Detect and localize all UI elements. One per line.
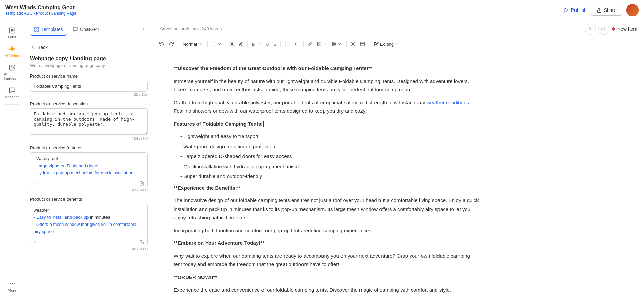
template-link[interactable]: ABC - Product Landing Page bbox=[24, 11, 76, 16]
benefits-scroll-handle bbox=[33, 240, 37, 244]
editor-content[interactable]: **Discover the Freedom of the Great Outd… bbox=[153, 50, 644, 299]
product-description-textarea[interactable]: Foldable and portable pop-up tents for c… bbox=[30, 108, 148, 135]
link-button[interactable] bbox=[306, 40, 314, 48]
sidebar-item-brief[interactable]: Brief bbox=[2, 24, 22, 42]
back-arrow-icon bbox=[30, 45, 35, 50]
redo-button[interactable] bbox=[167, 40, 176, 48]
pencil-icon bbox=[374, 42, 379, 46]
underline-button[interactable]: U bbox=[264, 40, 271, 48]
feature-item-2: - Large zippered D-shaped doors bbox=[34, 163, 144, 170]
share-icon bbox=[597, 7, 602, 13]
svg-point-8 bbox=[11, 66, 11, 67]
numbered-list-button[interactable] bbox=[292, 40, 301, 48]
highlight-icon bbox=[238, 42, 243, 46]
features-edit-icon[interactable] bbox=[140, 181, 144, 186]
italic-label: I bbox=[259, 42, 261, 47]
new-item-label: New Item bbox=[617, 26, 637, 32]
tab-chatgpt[interactable]: ChatGPT bbox=[69, 24, 104, 36]
svg-rect-15 bbox=[35, 30, 36, 31]
redo-icon bbox=[169, 42, 174, 46]
svg-rect-36 bbox=[333, 42, 336, 46]
publish-button[interactable]: Publish bbox=[564, 7, 587, 13]
feature-li-3: Large zippered D-shaped doors for easy a… bbox=[180, 152, 479, 161]
svg-point-29 bbox=[286, 44, 286, 44]
toolbar-divider-6 bbox=[303, 41, 304, 47]
svg-marker-0 bbox=[565, 8, 568, 12]
svg-point-48 bbox=[407, 44, 408, 44]
panel-content: Back Webpage copy / landing page Write a… bbox=[24, 39, 153, 299]
product-features-box: - Waterproof - Large zippered D-shaped d… bbox=[30, 152, 148, 187]
table-button[interactable] bbox=[330, 40, 344, 48]
editor-bold-5: **Experience the Benefits:** bbox=[174, 185, 241, 191]
share-button[interactable]: Share bbox=[591, 5, 622, 16]
template-icon bbox=[360, 42, 365, 46]
clear-format-button[interactable] bbox=[349, 40, 357, 48]
italic-button[interactable]: I bbox=[257, 40, 263, 48]
image-insert-icon bbox=[317, 42, 322, 46]
benefit-item-1: - Easy to install and pack up in minutes bbox=[34, 214, 144, 221]
product-name-input[interactable] bbox=[30, 81, 148, 92]
svg-point-11 bbox=[14, 283, 15, 284]
feature-item-1: - Waterproof bbox=[34, 155, 144, 163]
image-button[interactable] bbox=[315, 40, 329, 48]
product-benefits-char-count: 149 / 1000 bbox=[30, 247, 148, 251]
benefits-edit-icon[interactable] bbox=[140, 240, 144, 244]
publish-icon bbox=[564, 7, 569, 13]
undo-button[interactable] bbox=[157, 40, 166, 48]
camera-icon[interactable] bbox=[598, 24, 609, 35]
feature-li-5: Super durable and outdoor-friendly bbox=[180, 172, 479, 181]
topbar-right: Publish Share bbox=[564, 4, 639, 16]
image-icon bbox=[9, 64, 16, 71]
back-label: Back bbox=[37, 45, 48, 50]
saved-text: Saved seconds ago bbox=[160, 26, 199, 31]
template-button[interactable] bbox=[358, 40, 367, 48]
svg-point-35 bbox=[318, 43, 319, 44]
collaborator-icon[interactable] bbox=[585, 24, 596, 35]
tab-templates[interactable]: Templates bbox=[30, 24, 67, 36]
svg-point-20 bbox=[589, 27, 591, 29]
svg-rect-12 bbox=[35, 27, 36, 29]
product-description-char-count: 104 / 500 bbox=[30, 136, 148, 141]
highlight-button[interactable] bbox=[236, 40, 245, 48]
svg-point-9 bbox=[9, 283, 11, 284]
svg-rect-13 bbox=[37, 27, 39, 29]
svg-point-28 bbox=[286, 43, 286, 43]
editor-body[interactable]: **Discover the Freedom of the Great Outd… bbox=[174, 64, 479, 294]
editing-dropdown-button[interactable]: Editing bbox=[371, 40, 401, 48]
text-color-icon: A bbox=[230, 41, 234, 47]
weather-conditions-link[interactable]: weather conditions bbox=[427, 100, 469, 105]
editing-label: Editing bbox=[380, 42, 394, 47]
toolbar-divider-4 bbox=[247, 41, 248, 47]
icon-sidebar: Brief AI Writer AI Images Message More bbox=[0, 20, 24, 299]
back-button[interactable]: Back bbox=[30, 45, 148, 50]
panel-heading: Webpage copy / landing page bbox=[30, 56, 148, 62]
editor-saved-info: Saved seconds ago 243 words bbox=[160, 26, 222, 31]
more-button[interactable] bbox=[402, 40, 411, 48]
text-cursor bbox=[263, 121, 264, 127]
editor-toolbar: Normal A B I U S bbox=[153, 38, 644, 50]
product-features-inner[interactable]: - Waterproof - Large zippered D-shaped d… bbox=[30, 153, 147, 179]
publish-label: Publish bbox=[571, 7, 587, 13]
sidebar-item-more[interactable]: More bbox=[2, 278, 22, 295]
editor-bold-8: **Embark on Your Adventure Today!** bbox=[174, 240, 265, 246]
bolt-icon bbox=[9, 46, 16, 52]
strikethrough-button[interactable]: S bbox=[271, 40, 278, 48]
chat-icon bbox=[9, 87, 16, 94]
sidebar-item-ai-writer[interactable]: AI Writer bbox=[2, 43, 22, 60]
svg-rect-43 bbox=[361, 42, 365, 46]
text-color-button[interactable]: A bbox=[228, 40, 236, 48]
new-item-button[interactable]: New Item bbox=[612, 26, 637, 32]
panel-collapse-button[interactable] bbox=[139, 25, 148, 34]
style-dropdown[interactable]: Normal bbox=[180, 40, 205, 48]
share-label: Share bbox=[604, 7, 617, 13]
bullet-list-button[interactable] bbox=[283, 40, 292, 48]
bold-button[interactable]: B bbox=[250, 40, 257, 48]
product-benefits-inner[interactable]: weather - Easy to install and pack up in… bbox=[30, 204, 147, 238]
align-button[interactable] bbox=[210, 40, 224, 48]
link-icon bbox=[308, 42, 312, 46]
avatar[interactable] bbox=[626, 4, 639, 16]
editor-bold-10: **ORDER NOW!!** bbox=[174, 274, 217, 280]
sidebar-item-ai-images[interactable]: AI Images bbox=[2, 62, 22, 83]
tab-chatgpt-label: ChatGPT bbox=[80, 27, 100, 32]
sidebar-item-message[interactable]: Message bbox=[2, 84, 22, 102]
